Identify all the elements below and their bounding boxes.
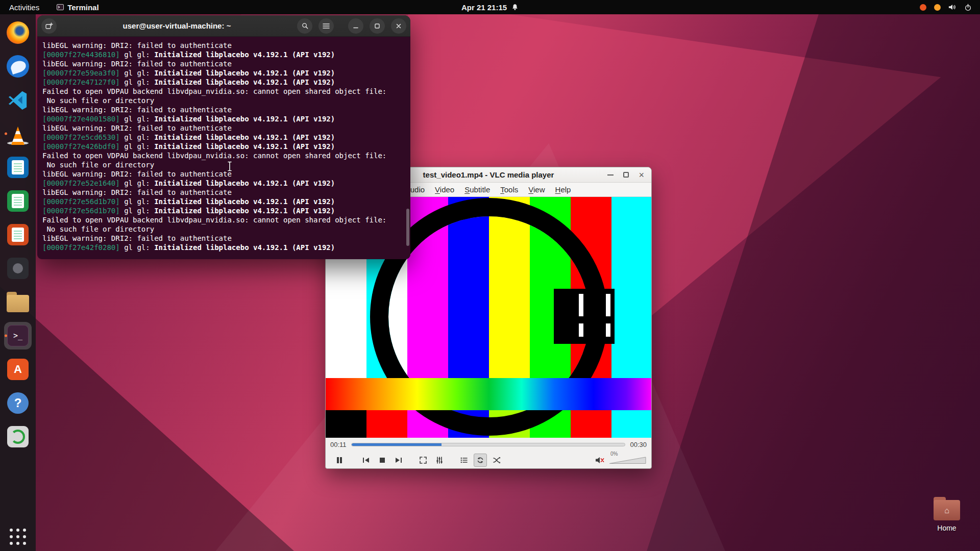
menu-view[interactable]: View (523, 184, 550, 195)
running-indicator (5, 335, 7, 337)
vlc-close-button[interactable]: × (639, 172, 644, 178)
show-applications-button[interactable] (10, 529, 26, 545)
random-button[interactable] (490, 454, 503, 467)
thunderbird-icon (7, 55, 29, 78)
terminal-icon: >_ (7, 325, 29, 346)
terminal-line: libEGL warning: DRI2: failed to authenti… (42, 123, 405, 133)
hamburger-menu-icon (323, 23, 330, 29)
terminal-line: No such file or directory (42, 96, 405, 105)
terminal-line: [00007f27e4001580] gl gl: Initialized li… (42, 114, 405, 123)
dock-item-vlc[interactable] (4, 120, 32, 147)
notification-badge-icon (920, 4, 926, 11)
vlc-maximize-button[interactable] (623, 172, 629, 178)
top-bar: Activities Terminal Apr 21 21:15 (0, 0, 980, 14)
minimize-icon (353, 23, 359, 29)
fullscreen-button[interactable] (416, 454, 430, 467)
terminal-close-button[interactable] (391, 18, 406, 34)
volume-icon (948, 4, 957, 11)
home-folder-label: Home (927, 524, 967, 532)
playlist-button[interactable] (457, 454, 471, 467)
files-icon (7, 295, 29, 312)
pause-button[interactable] (331, 453, 348, 467)
terminal-line: libEGL warning: DRI2: failed to authenti… (42, 188, 405, 197)
previous-icon (362, 456, 370, 464)
terminal-line: [00007f27e47127f0] gl gl: Initialized li… (42, 78, 405, 87)
menu-subtitle[interactable]: Subtitle (459, 184, 495, 195)
extended-settings-button[interactable] (433, 454, 446, 467)
dock-item-libreoffice-calc[interactable] (4, 187, 32, 215)
clock-menu[interactable]: Apr 21 21:15 (461, 3, 519, 12)
terminal-line: Failed to open VDPAU backend libvdpau_nv… (42, 87, 405, 96)
terminal-line: No such file or directory (42, 224, 405, 234)
terminal-line: [00007f27e56d1b70] gl gl: Initialized li… (42, 197, 405, 206)
dock-item-media-app[interactable] (4, 255, 32, 282)
calc-icon (7, 190, 29, 212)
dock-item-thunderbird[interactable] (4, 53, 32, 80)
scrollbar-thumb[interactable] (406, 209, 409, 246)
pause-icon (335, 456, 344, 464)
seek-fill (352, 443, 442, 446)
dock-item-help[interactable]: ? (4, 389, 32, 417)
menu-help[interactable]: Help (550, 184, 576, 195)
vlc-minimize-button[interactable] (607, 174, 614, 176)
home-folder-shortcut[interactable]: ⌂ Home (927, 500, 967, 532)
help-icon: ? (7, 392, 29, 414)
terminal-title: user@user-virtual-machine: ~ (57, 21, 297, 30)
terminal-new-tab-button[interactable] (41, 18, 57, 34)
dock-item-terminal[interactable]: >_ (4, 322, 32, 349)
terminal-line: [00007f27e42f0280] gl gl: Initialized li… (42, 243, 405, 252)
previous-button[interactable] (359, 454, 373, 467)
dock-item-libreoffice-writer[interactable] (4, 154, 32, 181)
next-icon (395, 456, 403, 464)
stop-button[interactable] (376, 454, 389, 467)
dock-item-ubuntu-software[interactable]: A (4, 356, 32, 383)
stop-icon (378, 456, 386, 464)
time-elapsed: 00:11 (330, 441, 347, 448)
menu-video[interactable]: Video (430, 184, 459, 195)
power-icon (964, 4, 972, 11)
terminal-line: libEGL warning: DRI2: failed to authenti… (42, 105, 405, 114)
terminal-titlebar[interactable]: user@user-virtual-machine: ~ (37, 15, 410, 37)
terminal-line: [00007f27e4436810] gl gl: Initialized li… (42, 50, 405, 59)
terminal-line: Failed to open VDPAU backend libvdpau_nv… (42, 151, 405, 160)
media-app-icon (7, 258, 29, 279)
writer-icon (7, 157, 29, 178)
loop-icon (476, 456, 484, 464)
volume-slider[interactable]: 0% (609, 457, 646, 464)
desktop: Activities Terminal Apr 21 21:15 (0, 0, 980, 551)
terminal-search-button[interactable] (297, 18, 312, 34)
terminal-line: libEGL warning: DRI2: failed to authenti… (42, 41, 405, 50)
volume-wedge-icon (609, 457, 646, 464)
terminal-scrollbar[interactable] (406, 37, 409, 257)
dock-item-libreoffice-impress[interactable] (4, 221, 32, 248)
activities-button[interactable]: Activities (9, 3, 39, 12)
loop-button[interactable] (474, 454, 487, 467)
dock-item-firefox[interactable] (4, 19, 32, 46)
terminal-output[interactable]: libEGL warning: DRI2: failed to authenti… (37, 37, 410, 259)
time-total: 00:30 (630, 441, 647, 448)
terminal-minimize-button[interactable] (348, 18, 363, 34)
terminal-line: [00007f27e52e1640] gl gl: Initialized li… (42, 179, 405, 188)
dock-item-software-updater[interactable] (4, 423, 32, 450)
terminal-menu-button[interactable] (318, 18, 334, 34)
terminal-app-icon (57, 4, 64, 10)
dock-item-vscode[interactable] (4, 86, 32, 114)
next-button[interactable] (392, 454, 405, 467)
focused-app-menu[interactable]: Terminal (57, 3, 99, 12)
equalizer-icon (435, 456, 444, 464)
terminal-window[interactable]: user@user-virtual-machine: ~ (37, 15, 410, 259)
seek-slider[interactable] (351, 443, 626, 446)
terminal-line: libEGL warning: DRI2: failed to authenti… (42, 59, 405, 68)
terminal-maximize-button[interactable] (370, 18, 385, 34)
search-icon (301, 22, 309, 30)
terminal-line: libEGL warning: DRI2: failed to authenti… (42, 169, 405, 179)
dock-item-files[interactable] (4, 288, 32, 316)
shuffle-icon (493, 456, 501, 464)
firefox-icon (7, 21, 29, 44)
mute-icon[interactable] (595, 456, 605, 464)
menu-tools[interactable]: Tools (495, 184, 523, 195)
playlist-icon (460, 456, 468, 464)
system-status-area[interactable] (920, 4, 980, 11)
terminal-line: [00007f27e59ea3f0] gl gl: Initialized li… (42, 68, 405, 78)
software-updater-icon (7, 426, 29, 447)
